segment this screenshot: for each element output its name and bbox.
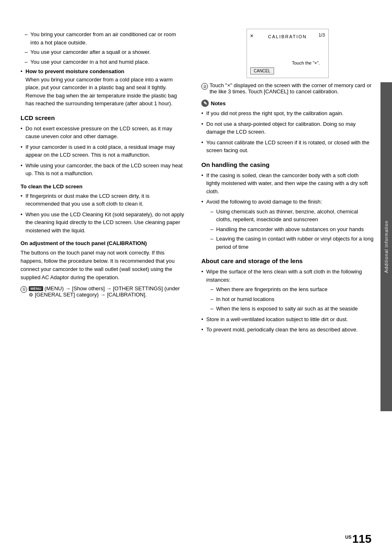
- page-number-value: 115: [352, 533, 371, 545]
- lens-care-heading: About care and storage of the lens: [201, 257, 374, 264]
- left-column: You bring your camcorder from an air con…: [21, 29, 197, 529]
- calibration-x-mark: ×: [250, 32, 254, 39]
- dash-item-2: You use your camcorder after a squall or…: [25, 48, 185, 56]
- step-1-text: MENU (MENU) → [Show others] → [OTHER SET…: [29, 285, 185, 298]
- notes-list: If you did not press the right spot, try…: [201, 109, 374, 155]
- notes-bullet-3: You cannot calibrate the LCD screen if i…: [201, 139, 374, 155]
- step-2-number: ②: [201, 83, 208, 90]
- menu-badge: MENU: [29, 286, 43, 291]
- lcd-bullet-3: While using your camcorder, the back of …: [21, 162, 185, 178]
- clean-lcd-heading: To clean the LCD screen: [21, 183, 185, 190]
- touch-panel-intro: The buttons on the touch panel may not w…: [21, 249, 185, 282]
- notes-heading: ✎ Notes: [201, 100, 374, 107]
- clean-lcd-bullet-2: When you use the LCD Cleaning Kit (sold …: [21, 211, 185, 235]
- lcd-bullet-1: Do not exert excessive pressure on the L…: [21, 125, 185, 141]
- moisture-text: When you bring your camcorder from a col…: [25, 76, 177, 107]
- calibration-touch-prompt: Touch the "×".: [292, 60, 320, 65]
- notes-bullet-2: Do not use a sharp-pointed object for ca…: [201, 120, 374, 136]
- finish-dash-3: Leaving the casing in contact with rubbe…: [210, 235, 374, 251]
- notes-icon: ✎: [201, 100, 209, 107]
- moisture-item: How to prevent moisture condensation Whe…: [21, 67, 185, 108]
- step-1-number: ①: [21, 286, 27, 293]
- lcd-screen-heading: LCD screen: [21, 114, 185, 121]
- moisture-section: How to prevent moisture condensation Whe…: [21, 67, 185, 108]
- page-number: US115: [345, 533, 371, 546]
- right-column: × CALIBRATION 1/3 Touch the "×". CANCEL …: [197, 29, 374, 529]
- lens-dash-3: When the lens is exposed to salty air su…: [210, 305, 374, 313]
- step-2-text: Touch "×" displayed on the screen with t…: [210, 82, 374, 95]
- lens-dash-2: In hot or humid locations: [210, 295, 374, 303]
- handling-casing-list: If the casing is soiled, clean the camco…: [201, 171, 374, 251]
- intro-dash-list: You bring your camcorder from an air con…: [25, 30, 185, 66]
- side-tab: Additional information: [380, 82, 392, 411]
- finish-dash-1: Using chemicals such as thinner, benzine…: [210, 208, 374, 224]
- finish-dash-2: Handling the camcorder with above substa…: [210, 225, 374, 234]
- lens-wipe-item: Wipe the surface of the lens clean with …: [201, 268, 374, 313]
- finish-dash-list: Using chemicals such as thinner, benzine…: [210, 208, 374, 251]
- general-icon: ⚙: [29, 292, 33, 298]
- step-2: ② Touch "×" displayed on the screen with…: [201, 82, 374, 95]
- dash-item-3: You use your camcorder in a hot and humi…: [25, 58, 185, 66]
- calibration-page-num: 1/3: [318, 32, 325, 37]
- calibration-title: CALIBRATION: [250, 34, 325, 39]
- page-number-prefix: US: [345, 535, 351, 539]
- lcd-screen-list: Do not exert excessive pressure on the L…: [21, 125, 185, 178]
- moisture-heading: How to prevent moisture condensation: [25, 68, 125, 74]
- lens-dash-1: When there are fingerprints on the lens …: [210, 285, 374, 294]
- handling-casing-bullet-1: If the casing is soiled, clean the camco…: [201, 171, 374, 196]
- clean-lcd-bullet-1: If fingerprints or dust make the LCD scr…: [21, 192, 185, 208]
- calibration-cancel-button[interactable]: CANCEL: [250, 67, 274, 74]
- calibration-box: × CALIBRATION 1/3 Touch the "×". CANCEL: [247, 29, 329, 78]
- lens-wipe-dash-list: When there are fingerprints on the lens …: [210, 285, 374, 313]
- clean-lcd-list: If fingerprints or dust make the LCD scr…: [21, 192, 185, 235]
- lens-bullet-2: To prevent mold, periodically clean the …: [201, 326, 374, 334]
- dash-item-1: You bring your camcorder from an air con…: [25, 30, 185, 46]
- lens-care-list: Wipe the surface of the lens clean with …: [201, 268, 374, 334]
- lens-bullet-1: Store in a well-ventilated location subj…: [201, 315, 374, 324]
- side-tab-label: Additional information: [384, 220, 389, 273]
- lcd-bullet-2: If your camcorder is used in a cold plac…: [21, 143, 185, 159]
- handling-casing-bullet-2: Avoid the following to avoid damage to t…: [201, 198, 374, 251]
- touch-panel-heading: On adjustment of the touch panel (CALIBR…: [21, 240, 185, 246]
- step-1: ① MENU (MENU) → [Show others] → [OTHER S…: [21, 285, 185, 298]
- handling-casing-heading: On handling the casing: [201, 161, 374, 168]
- notes-bullet-1: If you did not press the right spot, try…: [201, 109, 374, 118]
